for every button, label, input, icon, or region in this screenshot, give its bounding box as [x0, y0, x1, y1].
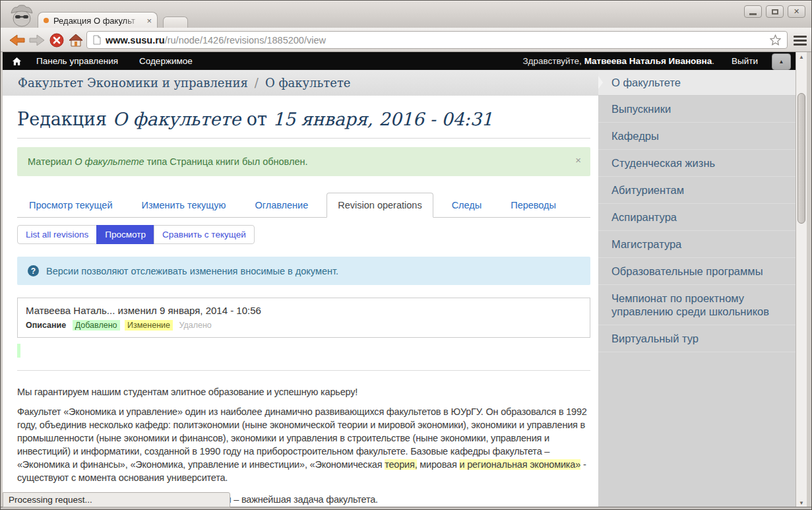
home-button[interactable]: [67, 32, 84, 49]
revision-subtabs: List all revisions Просмотр Сравнить с т…: [17, 225, 255, 244]
page-title: Редакция О факультете от 15 января, 2016…: [17, 109, 590, 139]
home-icon: [69, 34, 83, 47]
page-scrollbar[interactable]: ▲ ▼: [796, 52, 807, 508]
primary-tabs: Просмотр текущей Изменить текущую Оглавл…: [17, 193, 590, 218]
forward-button[interactable]: [28, 32, 46, 49]
tab-translations[interactable]: Переводы: [500, 193, 567, 217]
question-icon: ?: [28, 265, 39, 276]
sidebar-item-postgraduate[interactable]: Аспирантура: [598, 204, 796, 231]
forward-arrow-icon: [29, 34, 45, 47]
book-navigation-sidebar: О факультете Выпускники Кафедры Студенче…: [598, 70, 796, 508]
admin-link-dashboard[interactable]: Панель управления: [36, 56, 118, 66]
url-host: www.susu.ru: [106, 35, 165, 46]
tab-view-current[interactable]: Просмотр текущей: [18, 193, 123, 217]
stop-icon: [49, 33, 64, 48]
legend-label: Описание: [26, 321, 66, 330]
drupal-admin-bar: Панель управления Содержимое Здравствуйт…: [3, 52, 796, 70]
minimize-icon: [749, 13, 757, 15]
minimize-button[interactable]: [744, 5, 762, 18]
body-paragraph-history: Факультет «Экономика и управление» один …: [17, 405, 590, 484]
close-window-button[interactable]: ✕: [788, 5, 805, 18]
body-paragraph-intro: Мы гарантируем нашим студентам элитное о…: [17, 385, 590, 398]
revision-meta: Матвеева Наталь... изменил 9 января, 201…: [26, 305, 582, 316]
breadcrumb-link-about[interactable]: О факультете: [265, 76, 351, 90]
tab-traces[interactable]: Следы: [441, 193, 493, 217]
url-bar[interactable]: www.susu.ru/ru/node/1426/revisions/18852…: [86, 31, 788, 49]
button-compare-with-current[interactable]: Сравнить с текущей: [154, 225, 255, 244]
tab-favicon-icon: [44, 18, 49, 23]
page-icon: [93, 35, 101, 45]
breadcrumb: Факультет Экономики и управления / О фак…: [3, 70, 598, 96]
admin-home-button[interactable]: [12, 57, 22, 66]
web-page: Панель управления Содержимое Здравствуйт…: [3, 52, 796, 508]
user-name: Матвеева Наталья Ивановна: [584, 56, 712, 66]
sidebar-item-alumni[interactable]: Выпускники: [598, 96, 796, 123]
toolbar-toggle-button[interactable]: ▲: [772, 53, 791, 70]
back-arrow-icon: [9, 34, 25, 47]
sidebar-item-virtual-tour[interactable]: Виртуальный тур: [598, 325, 796, 352]
window-frame: [807, 52, 811, 510]
diff-added-empty-line-mark: [17, 344, 20, 358]
sidebar-item-programs[interactable]: Образовательные программы: [598, 258, 796, 285]
button-list-all-revisions[interactable]: List all revisions: [17, 225, 97, 244]
tab-title: Редакция О факульт: [53, 16, 142, 26]
menu-icon[interactable]: [794, 36, 807, 48]
diff-changed-text: и региональная экономика»: [459, 459, 580, 470]
sidebar-item-departments[interactable]: Кафедры: [598, 123, 796, 150]
status-message-success: Материал О факультете типа Страница книг…: [17, 147, 590, 176]
stop-button[interactable]: [48, 32, 65, 49]
diff-changed-text: теория,: [385, 459, 417, 470]
browser-tab[interactable]: Редакция О факульт ×: [38, 12, 158, 28]
url-path: /ru/node/1426/revisions/1885200/view: [165, 35, 326, 46]
maximize-button[interactable]: [766, 5, 784, 18]
scrollbar-up-icon[interactable]: ▲: [796, 52, 807, 62]
maximize-icon: [772, 9, 778, 15]
bookmark-star-icon[interactable]: [770, 34, 781, 46]
legend-changed-badge: Изменение: [125, 320, 173, 331]
browser-navbar: www.susu.ru/ru/node/1426/revisions/18852…: [1, 28, 811, 52]
legend-added-badge: Добавлено: [73, 320, 120, 331]
new-tab-button[interactable]: [163, 16, 188, 28]
main-content: Факультет Экономики и управления / О фак…: [3, 70, 598, 508]
message-close-icon[interactable]: ×: [575, 154, 581, 166]
greeting-text: Здравствуйте, Матвеева Наталья Ивановна.: [522, 56, 714, 66]
tab-revision-operations[interactable]: Revision operations: [327, 193, 433, 218]
back-button[interactable]: [9, 32, 26, 49]
sidebar-item-about-faculty[interactable]: О факультете: [598, 70, 796, 96]
sidebar-item-championship[interactable]: Чемпионат по проектному управлению среди…: [598, 285, 796, 325]
browser-window: Редакция О факульт × ✕: [0, 0, 812, 510]
scrollbar-thumb[interactable]: [797, 93, 805, 224]
tab-edit-current[interactable]: Изменить текущую: [131, 193, 236, 217]
revision-info-box: Матвеева Наталь... изменил 9 января, 201…: [17, 298, 590, 338]
help-message: ? Версии позволяют отслеживать изменения…: [17, 257, 590, 285]
incognito-spy-icon: [9, 4, 35, 28]
sidebar-item-student-life[interactable]: Студенческая жизнь: [598, 150, 796, 177]
logout-link[interactable]: Выйти: [732, 56, 758, 66]
help-text: Версии позволяют отслеживать изменения в…: [46, 266, 338, 276]
divider: [17, 370, 590, 371]
admin-home-icon: [12, 57, 22, 66]
sidebar-item-masters[interactable]: Магистратура: [598, 231, 796, 258]
sidebar-item-applicants[interactable]: Абитуриентам: [598, 177, 796, 204]
status-tooltip: Processing request...: [3, 492, 230, 507]
url-text[interactable]: www.susu.ru/ru/node/1426/revisions/18852…: [106, 35, 765, 46]
browser-titlebar: Редакция О факульт × ✕: [1, 1, 811, 28]
admin-link-content[interactable]: Содержимое: [139, 56, 193, 66]
breadcrumb-link-faculty[interactable]: Факультет Экономики и управления: [18, 76, 248, 90]
breadcrumb-separator: /: [255, 76, 259, 90]
legend-deleted-label: Удалено: [179, 321, 211, 330]
button-view-revision[interactable]: Просмотр: [96, 225, 154, 244]
diff-legend: Описание Добавлено Изменение Удалено: [26, 321, 582, 330]
tab-close-icon[interactable]: ×: [146, 16, 152, 25]
tab-outline[interactable]: Оглавление: [244, 193, 319, 217]
